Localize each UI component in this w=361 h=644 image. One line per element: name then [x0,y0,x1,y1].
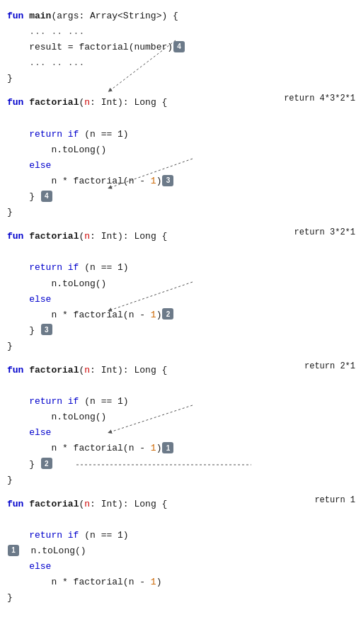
spacer-line [7,378,361,394]
line: ... .. ... [7,55,361,71]
line: n * factorial(n - 1) [7,575,361,590]
line: fun factorial(n: Int): Long { [7,95,361,111]
code-area: fun main(args: Array<String>) { ... .. .… [0,0,361,614]
line-return-if: return if (n == 1) [7,528,361,543]
line: fun main(args: Array<String>) { [7,9,361,24]
line-recursive-2: n * factorial(n - 1)1 [7,441,361,456]
line: else [7,158,361,174]
line: else [7,292,361,307]
badge-4b: 4 [41,191,52,202]
badge-4: 4 [173,41,185,52]
factorial-block-2: return 2*1 fun factorial(n: Int): Long {… [7,361,361,490]
badge-1: 1 [162,442,173,453]
spacer-line [7,244,361,260]
line: fun factorial(n: Int): Long { [7,497,361,512]
line: ... .. ... [7,24,361,40]
line: else [7,559,361,575]
line: n.toLong() [7,276,361,292]
badge-3: 3 [162,175,173,186]
line-return-if: return if (n == 1) [7,127,361,142]
line-recursive-3: n * factorial(n - 1)2 [7,307,361,323]
line: else [7,425,361,441]
line: } [7,205,361,220]
line-recursive-4: n * factorial(n - 1)3 [7,174,361,189]
main-block: fun main(args: Array<String>) { ... .. .… [7,7,361,88]
badge-1b: 1 [8,545,19,556]
line-tolong-badge: 1 n.toLong() [7,543,361,559]
line: n.toLong() [7,409,361,425]
line: fun factorial(n: Int): Long { [7,229,361,244]
line: fun factorial(n: Int): Long { [7,363,361,378]
spacer-line [7,512,361,528]
line: n.toLong() [7,142,361,158]
line-brace-3: } 3 [7,323,361,339]
badge-2b: 2 [41,458,52,469]
factorial-block-3: return 3*2*1 fun factorial(n: Int): Long… [7,227,361,356]
line: } [7,339,361,354]
spacer-line [7,111,361,127]
line: } [7,590,361,606]
line: } [7,473,361,488]
badge-2: 2 [162,308,173,320]
badge-3b: 3 [41,324,52,335]
factorial-block-4: return 4*3*2*1 fun factorial(n: Int): Lo… [7,94,361,222]
line-brace-2: } 2 [7,457,361,473]
line-brace-4: } 4 [7,189,361,205]
line-return-if: return if (n == 1) [7,394,361,409]
line-badge: result = factorial(number)4 [7,40,361,55]
line-return-if: return if (n == 1) [7,260,361,276]
factorial-block-1: return 1 fun factorial(n: Int): Long { r… [7,495,361,608]
line: } [7,71,361,86]
